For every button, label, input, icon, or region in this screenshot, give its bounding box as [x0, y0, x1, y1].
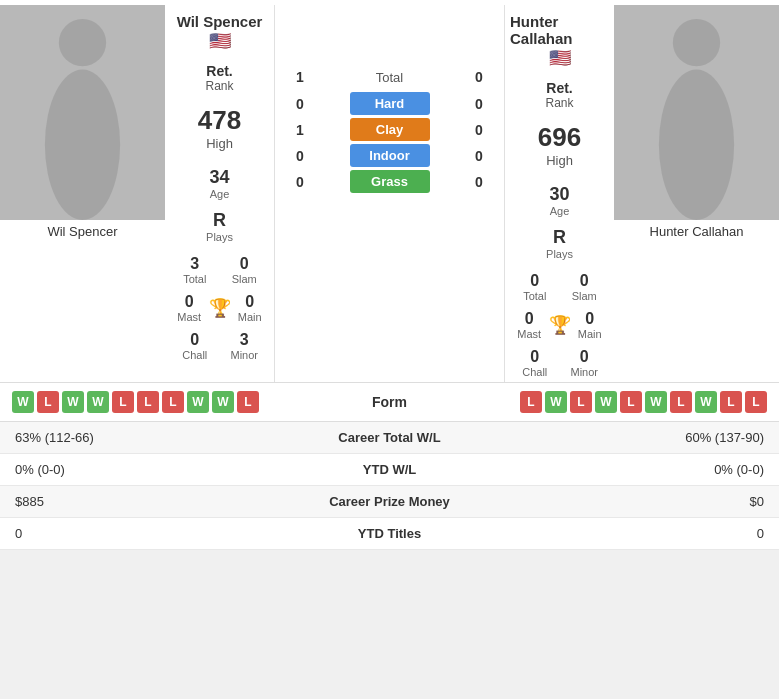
form-badge-l: L [670, 391, 692, 413]
right-rank-label: Rank [545, 96, 573, 110]
left-photo-col: Wil Spencer [0, 5, 165, 382]
right-mast-cell: 0 Mast [510, 310, 549, 340]
court-section: 0 Hard 0 1 Clay 0 0 Indoor 0 [280, 89, 499, 196]
right-name-flag: Hunter Callahan 🇺🇸 [510, 5, 609, 74]
left-chall-minor-row: 0 Chall 3 Minor [170, 327, 269, 365]
right-slam-cell: 0 Slam [560, 272, 610, 302]
form-badge-w: W [645, 391, 667, 413]
career-wl-label: Career Total W/L [235, 430, 544, 445]
right-age-lbl: Age [549, 205, 569, 217]
left-trophy-row: 0 Mast 🏆 0 Main [170, 289, 269, 327]
right-chall-lbl: Chall [522, 366, 547, 378]
right-minor-cell: 0 Minor [560, 348, 610, 378]
ytd-titles-row: 0 YTD Titles 0 [0, 518, 779, 550]
grass-badge: Grass [350, 170, 430, 193]
right-hard-score: 0 [464, 96, 494, 112]
left-ytd-wl: 0% (0-0) [15, 462, 235, 477]
right-main-cell: 0 Main [571, 310, 610, 340]
center-col: 1 Total 0 0 Hard 0 1 Clay 0 [275, 5, 504, 382]
right-plays-item: R Plays [546, 227, 573, 260]
left-high-num: 478 [198, 105, 241, 136]
svg-point-2 [673, 19, 720, 66]
right-mast-lbl: Mast [517, 328, 541, 340]
right-total-lbl: Total [523, 290, 546, 302]
total-label: Total [315, 70, 464, 85]
form-badge-w: W [545, 391, 567, 413]
ytd-wl-label: YTD W/L [235, 462, 544, 477]
ytd-titles-label: YTD Titles [235, 526, 544, 541]
left-age-plays: 34 Age R Plays [170, 159, 269, 251]
right-minor-lbl: Minor [570, 366, 598, 378]
left-slam-cell: 0 Slam [220, 255, 270, 285]
left-mast-lbl: Mast [177, 311, 201, 323]
form-row: WLWWLLLWWL Form LWLWLWLWLL [0, 383, 779, 422]
left-total-cell: 3 Total [170, 255, 220, 285]
right-chall-cell: 0 Chall [510, 348, 560, 378]
right-stats-col: Hunter Callahan 🇺🇸 Ret. Rank 696 High 30… [504, 5, 614, 382]
left-ret: Ret. [206, 63, 232, 79]
right-ytd-titles: 0 [544, 526, 764, 541]
right-trophy-icon: 🏆 [549, 314, 571, 336]
left-minor-cell: 3 Minor [220, 331, 270, 361]
right-clay-score: 0 [464, 122, 494, 138]
right-mast-num: 0 [525, 310, 534, 328]
left-chall-lbl: Chall [182, 349, 207, 361]
left-mast-num: 0 [185, 293, 194, 311]
bottom-rows: 63% (112-66) Career Total W/L 60% (137-9… [0, 422, 779, 550]
svg-point-1 [45, 70, 120, 221]
right-flag: 🇺🇸 [549, 47, 571, 69]
form-badge-w: W [212, 391, 234, 413]
clay-row: 1 Clay 0 [285, 118, 494, 141]
left-total-slam-row: 3 Total 0 Slam [170, 251, 269, 289]
right-grass-score: 0 [464, 174, 494, 190]
left-grass-score: 0 [285, 174, 315, 190]
left-total-lbl: Total [183, 273, 206, 285]
left-main-cell: 0 Main [231, 293, 270, 323]
right-chall-minor-row: 0 Chall 0 Minor [510, 344, 609, 382]
right-indoor-score: 0 [464, 148, 494, 164]
indoor-row: 0 Indoor 0 [285, 144, 494, 167]
ytd-wl-row: 0% (0-0) YTD W/L 0% (0-0) [0, 454, 779, 486]
left-clay-score: 1 [285, 122, 315, 138]
form-badge-l: L [112, 391, 134, 413]
left-plays-num: R [206, 210, 233, 231]
left-plays-lbl: Plays [206, 231, 233, 243]
left-trophy-icon: 🏆 [209, 297, 231, 319]
form-badge-l: L [237, 391, 259, 413]
right-total-cell: 0 Total [510, 272, 560, 302]
right-slam-num: 0 [580, 272, 589, 290]
right-player-photo [614, 5, 779, 220]
top-area: Wil Spencer Wil Spencer 🇺🇸 Ret. Rank 478… [0, 0, 779, 382]
left-main-num: 0 [245, 293, 254, 311]
right-main-num: 0 [585, 310, 594, 328]
left-player-name: Wil Spencer [177, 13, 263, 30]
hard-badge: Hard [350, 92, 430, 115]
right-slam-lbl: Slam [572, 290, 597, 302]
right-age-plays: 30 Age R Plays [510, 176, 609, 268]
form-badge-l: L [37, 391, 59, 413]
right-plays-num: R [546, 227, 573, 248]
left-indoor-score: 0 [285, 148, 315, 164]
form-badge-l: L [570, 391, 592, 413]
left-slam-lbl: Slam [232, 273, 257, 285]
main-container: Wil Spencer Wil Spencer 🇺🇸 Ret. Rank 478… [0, 0, 779, 550]
right-player-name-under-photo: Hunter Callahan [614, 220, 779, 243]
left-total-score: 1 [285, 69, 315, 85]
right-ret-rank: Ret. Rank [510, 74, 609, 114]
right-ytd-wl: 0% (0-0) [544, 462, 764, 477]
svg-point-0 [59, 19, 106, 66]
form-badge-l: L [162, 391, 184, 413]
form-badge-w: W [187, 391, 209, 413]
career-prize-row: $885 Career Prize Money $0 [0, 486, 779, 518]
svg-point-3 [659, 70, 734, 221]
form-badge-l: L [720, 391, 742, 413]
left-age-lbl: Age [209, 188, 229, 200]
grass-row: 0 Grass 0 [285, 170, 494, 193]
right-form-badges: LWLWLWLWLL [520, 391, 767, 413]
left-prize: $885 [15, 494, 235, 509]
left-rank-label: Rank [205, 79, 233, 93]
form-badge-w: W [12, 391, 34, 413]
left-ytd-titles: 0 [15, 526, 235, 541]
left-minor-lbl: Minor [230, 349, 258, 361]
right-total-score: 0 [464, 69, 494, 85]
